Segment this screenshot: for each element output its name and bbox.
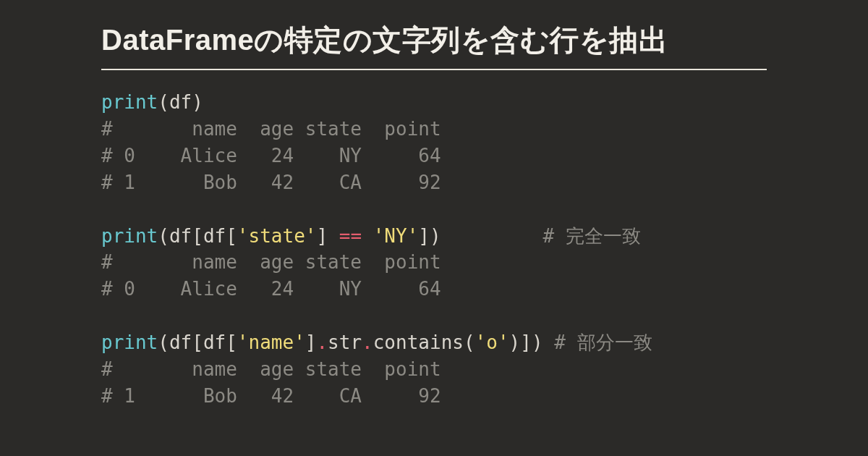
output-line: # name age state point [101, 358, 441, 380]
code-text: (df[df[ [158, 225, 237, 247]
code-text: (df[df[ [158, 332, 237, 353]
inline-comment: # 完全一致 [543, 225, 641, 247]
output-line: # 1 Bob 42 CA 92 [101, 385, 441, 407]
string-literal: 'NY' [373, 225, 419, 247]
dot-operator: . [316, 332, 328, 353]
string-literal: 'state' [237, 225, 317, 247]
string-literal: 'name' [237, 332, 305, 353]
fn-print: print [101, 225, 158, 247]
code-block: print(df) # name age state point # 0 Ali… [101, 89, 767, 410]
slide-title: DataFrameの特定の文字列を含む行を抽出 [101, 20, 767, 70]
inline-comment: # 部分一致 [554, 332, 652, 353]
output-line: # 0 Alice 24 NY 64 [101, 145, 441, 166]
output-line: # 0 Alice 24 NY 64 [101, 278, 441, 300]
output-line: # name age state point [101, 251, 441, 273]
operator: == [339, 225, 362, 247]
code-text: ] [316, 225, 339, 247]
code-text: contains( [373, 332, 475, 353]
fn-print: print [101, 91, 158, 113]
code-slide: DataFrameの特定の文字列を含む行を抽出 print(df) # name… [0, 0, 868, 410]
code-text: ]) [418, 225, 542, 247]
code-text: str [328, 332, 362, 353]
output-line: # name age state point [101, 118, 441, 140]
string-literal: 'o' [475, 332, 509, 353]
code-text: )]) [509, 332, 555, 353]
output-line: # 1 Bob 42 CA 92 [101, 172, 441, 193]
code-text [362, 225, 373, 247]
code-text: (df) [158, 91, 203, 113]
code-text: ] [305, 332, 317, 353]
fn-print: print [101, 332, 158, 353]
dot-operator: . [362, 332, 373, 353]
